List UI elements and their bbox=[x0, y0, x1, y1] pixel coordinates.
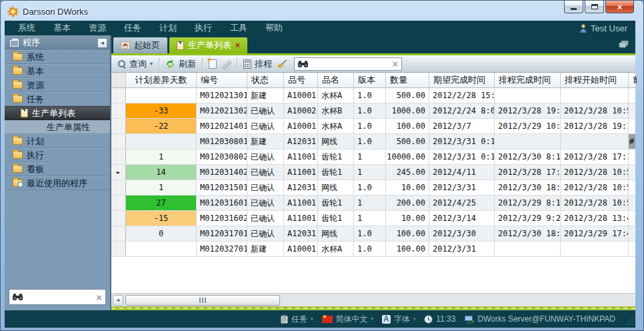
new-button[interactable] bbox=[209, 59, 217, 69]
menu-item[interactable]: 计划 bbox=[159, 22, 177, 34]
sidebar-search-clear-icon[interactable]: × bbox=[96, 292, 102, 302]
expected-finish-cell: 2012/3/31 bbox=[429, 180, 495, 195]
tab-production-order-list[interactable]: 生产单列表 × bbox=[169, 37, 247, 53]
table-row[interactable]: -33 M012021302 已确认 A10002 水杯B 1.0 1000.0… bbox=[111, 103, 635, 119]
document-icon bbox=[177, 41, 184, 50]
scrollbar-thumb[interactable] bbox=[125, 295, 280, 306]
column-header[interactable]: 版本 bbox=[354, 73, 386, 87]
program-window-icon bbox=[10, 40, 19, 47]
sidebar-item-entry[interactable]: 执行 bbox=[5, 148, 110, 162]
horizontal-scrollbar[interactable]: ◄ bbox=[111, 293, 635, 306]
schedule-finish-cell bbox=[495, 242, 561, 256]
toolbar-search-box[interactable]: × bbox=[294, 57, 402, 71]
sidebar-item-entry[interactable]: 计划 bbox=[5, 134, 110, 148]
quantity-cell: 500.00 bbox=[386, 134, 429, 149]
font-menu[interactable]: A 字体 ▾ bbox=[382, 314, 415, 325]
order-code-cell: M012031701 bbox=[197, 226, 247, 241]
schedule-finish-cell: 2012/3/28 19:10 bbox=[495, 103, 561, 118]
tab-home[interactable]: 起始页 bbox=[113, 37, 167, 53]
version-cell: 1 bbox=[354, 149, 386, 164]
overflow-marker-cell bbox=[629, 149, 635, 164]
menu-item[interactable]: 帮助 bbox=[265, 22, 283, 34]
item-number-cell: A11001 bbox=[284, 211, 318, 226]
sidebar-search-input[interactable] bbox=[25, 292, 93, 302]
refresh-button[interactable]: 刷新 bbox=[165, 58, 196, 70]
user-indicator[interactable]: Test User bbox=[579, 23, 627, 33]
sidebar-item-entry[interactable]: 看板 bbox=[5, 162, 110, 176]
column-header[interactable]: 状态 bbox=[247, 73, 284, 87]
toolbar-separator bbox=[202, 58, 203, 69]
table-row[interactable]: M012021301 新建 A10001 水杯A 1.0 500.00 2012… bbox=[111, 88, 635, 103]
quantity-cell: 100.00 bbox=[386, 226, 429, 241]
table-row[interactable]: ► 14 M012031402 已确认 A11001 齿轮1 1 245.00 … bbox=[111, 165, 635, 180]
edit-button[interactable] bbox=[221, 59, 231, 69]
version-cell: 1 bbox=[354, 196, 386, 210]
column-header[interactable]: 计划差异天数 bbox=[126, 73, 197, 87]
table-row[interactable]: -15 M012031602 已确认 A11001 齿轮1 1 10.00 20… bbox=[111, 211, 635, 226]
sidebar-item-entry[interactable]: 最近使用的程序 bbox=[5, 176, 110, 190]
chevron-down-icon: ▾ bbox=[311, 316, 313, 322]
table-row[interactable]: 27 M012031601 已确认 A11001 齿轮1 1 200.00 20… bbox=[111, 196, 635, 211]
minimize-button[interactable] bbox=[564, 1, 583, 13]
schedule-finish-cell: 2012/3/29 9:20 bbox=[495, 211, 561, 226]
home-icon bbox=[121, 41, 130, 49]
column-header[interactable]: 排程完成时间 bbox=[495, 73, 561, 87]
table-row[interactable]: M012032701 新建 A10001 水杯A 1.0 100.00 2012… bbox=[111, 242, 635, 257]
sidebar-item-entry[interactable]: 任务 bbox=[5, 92, 110, 106]
item-name-cell: 水杯A bbox=[318, 119, 354, 133]
table-row[interactable]: 1 M012031501 已确认 A12031 网线 1.0 10.00 201… bbox=[111, 180, 635, 196]
status-cell: 已确认 bbox=[247, 226, 284, 241]
table-row[interactable]: -22 M012021401 已确认 A10001 水杯A 1.0 100.00… bbox=[111, 119, 635, 134]
folder-icon bbox=[13, 81, 23, 89]
sidebar-search-box[interactable]: × bbox=[9, 289, 106, 305]
item-name-cell: 齿轮1 bbox=[318, 149, 354, 164]
column-header[interactable]: 排程开始时间 bbox=[561, 73, 629, 87]
clear-schedule-button[interactable] bbox=[277, 59, 287, 69]
column-header[interactable]: 品名 bbox=[318, 73, 354, 87]
maximize-button[interactable] bbox=[585, 1, 604, 13]
sidebar-filler bbox=[5, 190, 110, 286]
close-button[interactable]: × bbox=[605, 1, 634, 13]
pencil-icon bbox=[221, 59, 231, 69]
menu-item[interactable]: 资源 bbox=[89, 22, 106, 34]
table-row[interactable]: 0 M012031701 已确认 A12031 网线 1.0 100.00 20… bbox=[111, 226, 635, 242]
table-row[interactable]: M012030801 新建 A12031 网线 1.0 500.00 2012/… bbox=[111, 134, 635, 149]
scroll-left-button[interactable]: ◄ bbox=[113, 295, 123, 306]
column-header[interactable]: 期望完成时间 bbox=[429, 73, 495, 87]
sidebar-item-entry[interactable]: 生产单属性 bbox=[5, 120, 110, 134]
sidebar-item-selected[interactable]: 生产单列表 bbox=[5, 106, 110, 120]
task-menu[interactable]: 任务 ▾ bbox=[281, 314, 313, 325]
app-frame: 系统基本资源任务计划执行工具帮助 Test User 程序 ◄ bbox=[5, 21, 635, 328]
plan-diff-cell: 14 bbox=[126, 165, 197, 180]
sidebar-collapse-button[interactable]: ◄ bbox=[97, 38, 107, 48]
table-row[interactable]: 1 M012030802 已确认 A11001 齿轮1 1 10000.00 2… bbox=[111, 149, 635, 165]
time-label: 11:33 bbox=[436, 314, 455, 324]
schedule-start-cell: 2012/3/28 10:52 bbox=[561, 180, 629, 195]
toolbar-search-clear-icon[interactable]: × bbox=[392, 59, 398, 69]
server-indicator[interactable]: DWorks Server@FUNWAY-THINKPAD bbox=[464, 314, 615, 324]
column-header[interactable]: 前 bbox=[629, 73, 637, 87]
resize-grip[interactable] bbox=[625, 318, 633, 325]
menu-item[interactable]: 系统 bbox=[18, 22, 35, 34]
search-icon bbox=[117, 59, 126, 68]
schedule-button[interactable]: 排程 bbox=[243, 58, 272, 70]
sidebar-item-entry[interactable]: 系统 bbox=[5, 50, 110, 64]
title-bar[interactable]: Darsson DWorks × bbox=[1, 1, 643, 21]
folder-icon bbox=[13, 53, 23, 61]
toolbar-search-input[interactable] bbox=[311, 59, 389, 69]
menu-item[interactable]: 工具 bbox=[230, 22, 247, 34]
query-button[interactable]: 查询 ▾ bbox=[117, 58, 153, 70]
tab-list-icon[interactable] bbox=[619, 41, 629, 48]
menu-item[interactable]: 基本 bbox=[53, 22, 71, 34]
sidebar-item-entry[interactable]: 资源 bbox=[5, 78, 110, 92]
sidebar-item-entry[interactable]: 基本 bbox=[5, 64, 110, 78]
column-header[interactable]: 编号 bbox=[197, 73, 247, 87]
expected-finish-cell: 2012/3/31 bbox=[429, 242, 495, 256]
tab-close-icon[interactable]: × bbox=[235, 41, 240, 49]
column-header[interactable]: 数量 bbox=[386, 73, 429, 87]
menu-item[interactable]: 执行 bbox=[195, 22, 212, 34]
item-number-cell: A10002 bbox=[284, 103, 318, 118]
menu-item[interactable]: 任务 bbox=[124, 22, 141, 34]
column-header[interactable]: 品号 bbox=[284, 73, 318, 87]
language-menu[interactable]: ★ 简体中文 ▾ bbox=[322, 314, 374, 325]
